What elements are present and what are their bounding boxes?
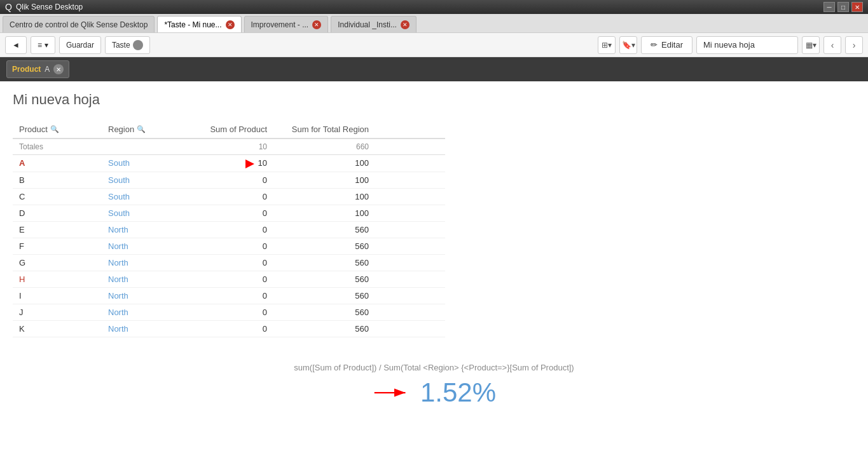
row-sum-total: 100 (273, 172, 375, 188)
totals-region (102, 139, 184, 155)
row-sum-product: 0 (184, 221, 273, 238)
list-button[interactable]: ≡ ▾ (31, 36, 55, 54)
col-sum-total-header: Sum for Total Region (273, 121, 375, 139)
row-product: D (13, 205, 102, 221)
tab-improvement-label: Improvement - ... (251, 20, 309, 29)
row-product: K (13, 320, 102, 337)
table-row: C South 0 100 (13, 188, 445, 205)
svg-marker-0 (245, 159, 254, 168)
product-search-icon[interactable]: 🔍 (50, 125, 59, 134)
totals-label: Totales (13, 139, 102, 155)
sheet-title: Mi nueva hoja (13, 91, 855, 108)
formula-result: 1.52% (420, 377, 496, 408)
save-button[interactable]: Guardar (59, 36, 101, 54)
sheet-name-field[interactable]: Mi nueva hoja (696, 36, 798, 54)
row-product: J (13, 304, 102, 320)
product-filter-chip[interactable]: Product A ✕ (6, 60, 69, 78)
edit-button[interactable]: ✏ Editar (641, 36, 692, 54)
row-region: North (102, 271, 184, 287)
filter-chip-label: Product (12, 65, 41, 74)
row-sum-product: 0 (184, 287, 273, 304)
col-sum-total-label: Sum for Total Region (292, 125, 369, 134)
prev-icon: ‹ (831, 40, 834, 50)
table-row: H North 0 560 (13, 271, 445, 287)
list-dropdown-icon: ▾ (45, 41, 48, 50)
save-label: Guardar (66, 41, 94, 50)
formula-row: 1.52% (372, 377, 496, 408)
row-sum-total: 560 (273, 238, 375, 254)
tab-control[interactable]: Centro de control de Qlik Sense Desktop (3, 16, 155, 32)
app-name-label: Taste (112, 41, 130, 50)
close-button[interactable]: ✕ (851, 2, 863, 12)
row-sum-total: 560 (273, 320, 375, 337)
row-product: F (13, 238, 102, 254)
app-icon-circle (133, 40, 143, 50)
row-sum-total: 100 (273, 188, 375, 205)
tab-improvement-close[interactable]: ✕ (312, 20, 321, 29)
col-product-header[interactable]: Product 🔍 (13, 121, 102, 139)
tab-control-label: Centro de control de Qlik Sense Desktop (10, 20, 148, 29)
back-icon: ◄ (12, 41, 20, 50)
selection-mode-icon: ⊞ (602, 41, 608, 50)
flag-icon (245, 158, 256, 168)
tab-taste-label: *Taste - Mi nue... (164, 20, 221, 29)
row-region: South (102, 205, 184, 221)
content-area: Mi nueva hoja Product 🔍 Region 🔍 (0, 81, 868, 424)
row-sum-product: 0 (184, 188, 273, 205)
table-row: E North 0 560 (13, 221, 445, 238)
row-sum-product: 0 (184, 205, 273, 221)
row-sum-product: 0 (184, 320, 273, 337)
formula-area: sum([Sum of Product]) / Sum(Total <Regio… (13, 356, 855, 414)
totals-row: Totales 10 660 (13, 139, 445, 155)
region-search-icon[interactable]: 🔍 (137, 125, 146, 134)
row-sum-product: 10 (184, 155, 273, 172)
row-region: South (102, 188, 184, 205)
window-controls: ─ □ ✕ (823, 2, 863, 12)
app-icon: Q (5, 2, 12, 12)
app-name-button[interactable]: Taste (105, 36, 150, 54)
row-product: E (13, 221, 102, 238)
tab-taste[interactable]: *Taste - Mi nue... ✕ (157, 16, 241, 32)
tab-individual[interactable]: Individual _Insti... ✕ (331, 16, 417, 32)
bookmark-button[interactable]: 🔖 ▾ (619, 36, 637, 54)
window-title: Qlik Sense Desktop (16, 3, 823, 11)
filter-chip-close[interactable]: ✕ (53, 64, 64, 74)
table-row: K North 0 560 (13, 320, 445, 337)
row-region: North (102, 221, 184, 238)
selection-mode-button[interactable]: ⊞ ▾ (598, 36, 616, 54)
row-region: North (102, 238, 184, 254)
table-header-row: Product 🔍 Region 🔍 Sum of Product Sum fo… (13, 121, 445, 139)
data-table: Product 🔍 Region 🔍 Sum of Product Sum fo… (13, 121, 445, 337)
prev-sheet-button[interactable]: ‹ (823, 36, 841, 54)
bookmark-icon: 🔖 (622, 41, 631, 50)
table-row: A South 10 100 (13, 155, 445, 172)
table-row: F North 0 560 (13, 238, 445, 254)
row-sum-product: 0 (184, 304, 273, 320)
toolbar-right: ⊞ ▾ 🔖 ▾ ✏ Editar Mi nueva hoja ▦ ▾ ‹ › (598, 36, 863, 54)
maximize-button[interactable]: □ (837, 2, 849, 12)
row-product: C (13, 188, 102, 205)
row-product: B (13, 172, 102, 188)
col-region-header[interactable]: Region 🔍 (102, 121, 184, 139)
edit-label: Editar (661, 40, 683, 50)
row-region: North (102, 287, 184, 304)
row-sum-product: 0 (184, 271, 273, 287)
back-button[interactable]: ◄ (5, 36, 27, 54)
row-product: G (13, 254, 102, 271)
tab-improvement[interactable]: Improvement - ... ✕ (244, 16, 329, 32)
table-row: G North 0 560 (13, 254, 445, 271)
table-row: B South 0 100 (13, 172, 445, 188)
row-sum-total: 560 (273, 271, 375, 287)
row-sum-product: 0 (184, 254, 273, 271)
col-region-label: Region (108, 125, 134, 134)
row-sum-product: 0 (184, 238, 273, 254)
table-row: I North 0 560 (13, 287, 445, 304)
row-region: South (102, 172, 184, 188)
tab-taste-close[interactable]: ✕ (226, 20, 235, 29)
row-product: H (13, 271, 102, 287)
row-sum-total: 100 (273, 155, 375, 172)
next-sheet-button[interactable]: › (845, 36, 863, 54)
tab-individual-close[interactable]: ✕ (401, 20, 410, 29)
minimize-button[interactable]: ─ (823, 2, 835, 12)
layout-button[interactable]: ▦ ▾ (802, 36, 820, 54)
